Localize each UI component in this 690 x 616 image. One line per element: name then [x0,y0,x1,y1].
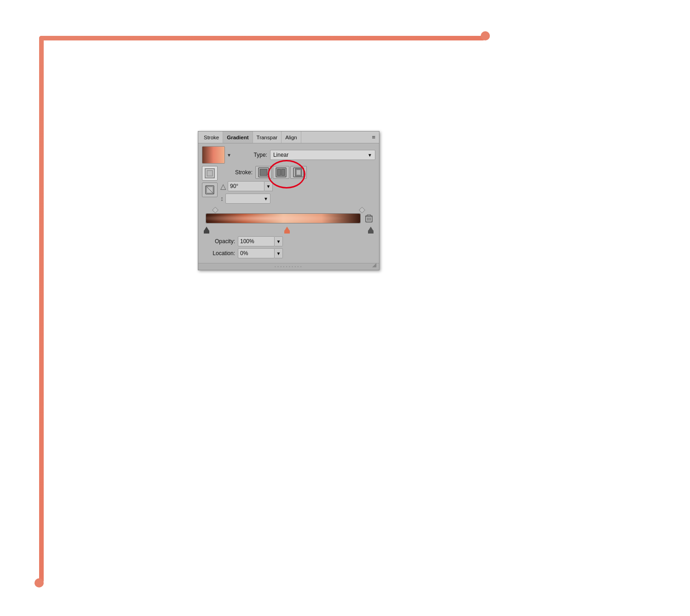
location-dropdown-arrow[interactable]: ▼ [275,248,283,258]
tab-bar: Stroke Gradient Transpar Align ≡ [198,131,379,143]
type-value: Linear [273,152,288,158]
type-select[interactable]: Linear ▼ [270,150,375,160]
svg-rect-14 [297,170,300,175]
stroke-swatch-icon[interactable] [202,166,218,181]
gradient-diamond-right[interactable] [359,207,365,213]
stroke-fill-icon [258,167,269,177]
gradient-bar-row [204,213,374,223]
resize-dots: ▪▪▪▪▪▪▪▪▪▪ [275,264,303,269]
angle-icon: △ [220,182,226,191]
gradient-apply-svg [205,185,215,195]
svg-rect-4 [260,169,267,176]
panel-body: ▼ Type: Linear ▼ [198,143,379,263]
stop-arrow-left [204,227,209,230]
gradient-stop-right[interactable] [368,227,374,234]
tab-gradient[interactable]: Gradient [223,131,253,143]
corner-dot-top-right [481,31,490,40]
gradient-slider-section [202,208,375,234]
trash-icon [365,214,373,222]
corner-dot-bottom-left [34,578,44,587]
tab-stroke[interactable]: Stroke [200,131,223,143]
stop-body-middle [284,230,290,234]
gradient-diamond-left[interactable] [212,207,218,213]
tab-align[interactable]: Align [282,131,301,143]
stop-arrow-middle [285,227,289,230]
gradient-swatch-preview[interactable] [202,146,225,164]
location-label: Location: [202,250,235,257]
location-row: Location: 0% ▼ [202,248,375,258]
resize-icon[interactable]: ◢ [372,262,377,268]
stroke-label: Stroke: [220,169,253,176]
swatch-dropdown-arrow[interactable]: ▼ [227,153,231,158]
gradient-stops-row [204,223,374,234]
svg-line-2 [206,186,214,194]
opacity-dropdown-arrow[interactable]: ▼ [275,236,283,246]
gradient-diamonds-row [202,208,375,212]
opacity-input[interactable]: 100% [238,236,275,246]
gradient-apply-icon[interactable] [202,183,218,197]
aspect-arrow: ▼ [264,196,268,201]
panel-resize-handle[interactable]: ▪▪▪▪▪▪▪▪▪▪ ◢ [198,263,379,270]
location-value: 0% [240,250,248,257]
aspect-icon: ↕ [220,195,224,202]
location-input[interactable]: 0% [238,248,275,258]
stroke-within-icon [293,167,304,177]
stroke-btn-along[interactable] [273,166,289,179]
type-label: Type: [235,152,267,158]
gradient-panel: Stroke Gradient Transpar Align ≡ ▼ Type:… [198,131,380,270]
stroke-along-icon [276,167,287,177]
opacity-label: Opacity: [202,238,235,245]
svg-rect-8 [282,169,285,176]
stroke-btn-within[interactable] [290,166,307,179]
svg-rect-7 [277,169,281,176]
opacity-value: 100% [240,238,254,245]
angle-value: 90° [230,183,238,189]
angle-row: △ 90° ▼ [220,181,375,191]
stop-arrow-right [368,227,373,230]
stroke-row: Stroke: [220,166,375,179]
trash-icon-button[interactable] [364,213,374,223]
aspect-dropdown[interactable]: ▼ [225,194,270,204]
stroke-btn-fill[interactable] [255,166,272,179]
gradient-bar-highlight [206,214,360,223]
corner-line-horizontal [39,36,485,40]
stop-body-right [368,230,374,234]
angle-input[interactable]: 90° [228,181,264,191]
gradient-stop-left[interactable] [204,227,209,234]
gradient-stop-middle[interactable] [284,227,290,234]
type-row: ▼ Type: Linear ▼ [202,146,375,164]
angle-dropdown-arrow[interactable]: ▼ [264,181,273,191]
panel-menu-button[interactable]: ≡ [370,134,377,141]
tab-transparency[interactable]: Transpar [253,131,282,143]
type-select-arrow: ▼ [368,153,372,158]
stop-body-left [204,230,209,234]
opacity-row: Opacity: 100% ▼ [202,236,375,246]
corner-line-vertical [39,36,44,583]
gradient-bar-container[interactable] [206,213,361,223]
aspect-row: ↕ ▼ [220,194,375,204]
